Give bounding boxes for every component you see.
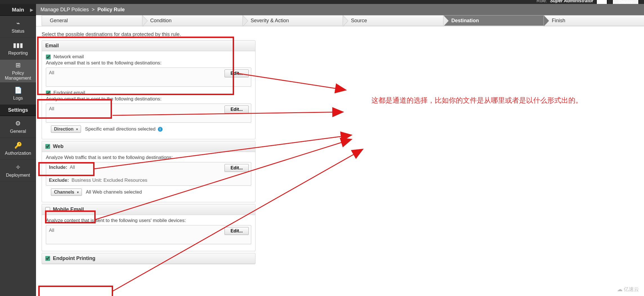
wizard-step-destination[interactable]: Destination	[443, 15, 544, 26]
nav-status[interactable]: ⌁ Status	[0, 16, 36, 38]
endpoint-email-desc: Analyze email that is sent to the follow…	[46, 96, 251, 102]
nav-label: General	[10, 129, 26, 134]
role-value: Super Administrator	[550, 0, 593, 3]
wizard-steps: General Condition Severity & Action Sour…	[36, 15, 644, 26]
panel-email: Email Network email Analyze email that i…	[42, 40, 255, 139]
nav-general[interactable]: ⚙ General	[0, 116, 36, 138]
edit-endpoint-email-button[interactable]: Edit...	[225, 106, 249, 113]
network-email-value: All	[49, 70, 54, 76]
include-label: Include:	[49, 165, 67, 170]
wizard-label: Source	[351, 18, 367, 24]
wizard-label: Severity & Action	[251, 18, 289, 24]
breadcrumb-sep: >	[92, 7, 95, 13]
panel-mobile-title: Mobile Email	[53, 207, 84, 212]
network-email-desc: Analyze email that is sent to the follow…	[46, 60, 251, 66]
edit-network-email-button[interactable]: Edit...	[225, 69, 249, 77]
checkbox-network-email[interactable]	[46, 55, 51, 59]
cloud-icon: ☁	[617, 286, 623, 293]
nav-label: Logs	[13, 96, 23, 101]
nav-label: Authorization	[5, 151, 31, 156]
wizard-step-source[interactable]: Source	[343, 15, 443, 26]
deploy-icon: ✧	[15, 164, 21, 171]
panel-web: Web Analyze Web traffic that is sent to …	[42, 141, 255, 202]
web-desc: Analyze Web traffic that is sent to the …	[46, 155, 251, 160]
mobile-desc: Analyze content that is sent to the foll…	[46, 218, 251, 223]
panel-web-title: Web	[53, 143, 64, 149]
bar-chart-icon: ▮▮▮	[13, 42, 23, 49]
edit-web-button[interactable]: Edit...	[225, 164, 249, 172]
web-destinations: Include: All Exclude: Business Unit: Exc…	[46, 162, 251, 186]
nav-policy-management[interactable]: ⊞ Policy Management	[0, 60, 36, 83]
mobile-value: All	[49, 228, 54, 233]
wizard-label: Finish	[552, 18, 565, 24]
direction-label: Direction	[54, 127, 73, 132]
checkbox-endpoint-printing[interactable]	[45, 256, 50, 261]
nav-label: Policy Management	[0, 71, 36, 80]
sidebar-header-settings[interactable]: Settings	[0, 105, 36, 116]
channels-dropdown[interactable]: Channels ▾	[51, 189, 82, 196]
nav-label: Status	[12, 29, 24, 34]
nav-authorization[interactable]: 🔑 Authorization	[0, 138, 36, 160]
gear-icon: ⚙	[600, 0, 604, 4]
sidebar-header-main[interactable]: Main ▶	[0, 4, 36, 16]
network-email-destinations: All Edit...	[46, 68, 251, 87]
panel-web-header: Web	[42, 141, 255, 152]
endpoint-email-value: All	[49, 106, 54, 112]
exclude-value: Business Unit: Excluded Resources	[71, 178, 147, 183]
panel-email-header: Email	[42, 41, 255, 51]
watermark: ☁ 亿速云	[617, 286, 639, 293]
direction-dropdown[interactable]: Direction ▾	[51, 125, 81, 133]
panel-endpoint-printing: Endpoint Printing	[42, 253, 255, 264]
direction-text: Specific email directions selected	[85, 126, 155, 132]
policy-icon: ⊞	[15, 62, 21, 69]
chevron-right-icon: ▶	[30, 8, 33, 12]
wizard-step-general[interactable]: General	[42, 15, 142, 26]
network-email-label: Network email	[53, 54, 84, 60]
breadcrumb-parent[interactable]: Manage DLP Policies	[41, 7, 89, 13]
breadcrumb-current: Policy Rule	[97, 7, 125, 13]
exclude-label: Exclude:	[49, 178, 69, 183]
edit-mobile-button[interactable]: Edit...	[225, 227, 249, 235]
breadcrumb: Manage DLP Policies > Policy Rule	[36, 4, 644, 15]
wizard-step-finish[interactable]: Finish	[544, 15, 644, 26]
panel-endpoint-printing-header: Endpoint Printing	[42, 253, 255, 264]
panel-web-body: Analyze Web traffic that is sent to the …	[42, 152, 255, 202]
key-icon: 🔑	[14, 142, 22, 149]
wizard-label: Condition	[150, 18, 172, 24]
nav-reporting[interactable]: ▮▮▮ Reporting	[0, 38, 36, 60]
channels-text: All Web channels selected	[86, 189, 142, 195]
wizard-step-severity[interactable]: Severity & Action	[243, 15, 343, 26]
sidebar-main-label: Main	[12, 7, 24, 13]
main-content: Select the possible destinations for dat…	[36, 26, 261, 296]
nav-label: Deployment	[6, 173, 30, 178]
nav-label: Reporting	[8, 51, 28, 56]
caret-down-icon: ▾	[77, 190, 79, 194]
logs-icon: 📄	[14, 87, 22, 94]
checkbox-endpoint-email[interactable]	[46, 91, 51, 95]
info-icon[interactable]: i	[158, 127, 163, 132]
top-bar: Role: Super Administrator ⚙ Deploy	[0, 0, 644, 4]
panel-mobile-body: Analyze content that is sent to the foll…	[42, 215, 255, 251]
nav-logs[interactable]: 📄 Logs	[0, 83, 36, 105]
endpoint-email-destinations: All Edit...	[46, 104, 251, 123]
endpoint-email-label: Endpoint email	[53, 90, 85, 96]
pulse-icon: ⌁	[16, 20, 20, 27]
caret-down-icon: ▾	[76, 127, 78, 131]
sidebar: Main ▶ ⌁ Status ▮▮▮ Reporting ⊞ Policy M…	[0, 4, 36, 296]
nav-deployment[interactable]: ✧ Deployment	[0, 160, 36, 182]
wizard-step-condition[interactable]: Condition	[142, 15, 243, 26]
annotation-text: 这都是通道的选择，比如你的文件是从哪里或者是以什么形式出的。	[371, 96, 582, 105]
include-value: All	[70, 165, 75, 170]
checkbox-mobile-email[interactable]	[45, 207, 50, 212]
panel-mobile-header: Mobile Email	[42, 204, 255, 215]
checkbox-web[interactable]	[45, 144, 50, 149]
watermark-text: 亿速云	[624, 286, 639, 293]
intro-text: Select the possible destinations for dat…	[42, 32, 261, 37]
wizard-label: General	[50, 18, 68, 24]
panel-email-title: Email	[45, 43, 59, 49]
panel-endpoint-printing-title: Endpoint Printing	[53, 255, 95, 261]
panel-email-body: Network email Analyze email that is sent…	[42, 51, 255, 139]
panel-mobile-email: Mobile Email Analyze content that is sen…	[42, 204, 255, 251]
wizard-label: Destination	[451, 18, 479, 24]
gear-icon: ⚙	[15, 120, 21, 127]
